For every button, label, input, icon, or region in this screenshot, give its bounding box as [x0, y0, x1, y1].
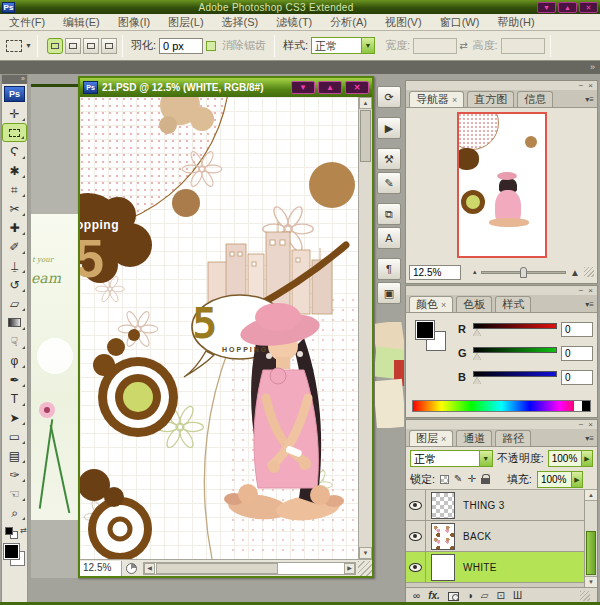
scroll-right-arrow[interactable]: ▶ — [344, 563, 355, 574]
slider-thumb[interactable] — [520, 267, 527, 278]
tool-presets-panel-icon[interactable]: ⚒ — [377, 148, 401, 170]
minimize-button[interactable]: ▼ — [537, 2, 556, 13]
foreground-color-swatch[interactable] — [3, 543, 20, 560]
menu-image[interactable]: 图像(I) — [109, 14, 159, 30]
tab-histogram[interactable]: 直方图 — [467, 91, 514, 107]
eyedropper-tool[interactable]: ✑ — [2, 465, 27, 484]
slider-thumb[interactable] — [473, 377, 481, 384]
tab-close-icon[interactable]: × — [441, 300, 446, 310]
document-canvas[interactable]: opping 5 5 HOPPING — [80, 97, 358, 559]
add-to-selection-button[interactable] — [65, 38, 81, 54]
menu-filter[interactable]: 滤镜(T) — [267, 14, 321, 30]
channel-slider[interactable] — [473, 322, 557, 336]
tool-preset-picker[interactable]: ▼ — [6, 40, 32, 52]
visibility-toggle[interactable] — [406, 490, 426, 520]
panel-minimize-button[interactable]: − — [579, 287, 584, 295]
brush-tool[interactable]: ✐ — [2, 237, 27, 256]
zoom-out-icon[interactable]: ▴ — [473, 268, 477, 276]
layer-style-icon[interactable]: fx. — [428, 591, 440, 601]
dodge-tool[interactable]: φ — [2, 351, 27, 370]
scroll-down-arrow[interactable]: ▼ — [585, 576, 597, 587]
menu-window[interactable]: 窗口(W) — [431, 14, 489, 30]
document-maximize-button[interactable]: ▲ — [318, 81, 342, 94]
layers-scrollbar[interactable]: ▲ ▼ — [584, 490, 597, 587]
panel-close-button[interactable]: × — [588, 82, 593, 90]
new-layer-icon[interactable]: ⊡ — [497, 591, 505, 601]
channel-slider[interactable] — [473, 346, 557, 360]
channel-value-field[interactable]: 0 — [561, 346, 593, 361]
zoom-level-field[interactable]: 12.5% — [80, 561, 122, 576]
tab-close-icon[interactable]: × — [452, 95, 457, 105]
panel-close-button[interactable]: × — [588, 287, 593, 295]
scroll-down-arrow[interactable]: ▼ — [359, 547, 372, 559]
tab-info[interactable]: 信息 — [517, 91, 553, 107]
clone-source-panel-icon[interactable]: ⧉ — [377, 203, 401, 225]
link-layers-icon[interactable]: ∞ — [413, 591, 420, 601]
foreground-color-well[interactable] — [415, 320, 435, 340]
panel-menu-icon[interactable]: ▾≡ — [585, 434, 594, 443]
tab-styles[interactable]: 样式 — [495, 296, 531, 312]
background-document-window[interactable]: t your eam — [31, 84, 78, 578]
zoom-in-icon[interactable]: ▲ — [570, 267, 580, 278]
tab-layers[interactable]: 图层 × — [409, 430, 453, 446]
close-button[interactable]: ✕ — [579, 2, 598, 13]
layer-thumbnail[interactable] — [431, 523, 455, 550]
color-spectrum-ramp[interactable] — [412, 400, 591, 412]
adjustment-layer-icon[interactable]: ◑ — [467, 591, 473, 601]
spinner-arrow-icon[interactable]: ▶ — [571, 472, 582, 487]
menu-analysis[interactable]: 分析(A) — [321, 14, 376, 30]
pen-tool[interactable]: ✒ — [2, 370, 27, 389]
blend-mode-dropdown[interactable]: 正常 ▼ — [410, 450, 493, 467]
document-close-button[interactable]: ✕ — [345, 81, 369, 94]
history-panel-icon[interactable]: ⟳ — [377, 86, 401, 108]
crop-tool[interactable]: ⌗ — [2, 180, 27, 199]
vertical-scrollbar[interactable]: ▲ ▼ — [358, 97, 372, 559]
shape-tool[interactable]: ▭ — [2, 427, 27, 446]
clone-stamp-tool[interactable]: ⍊ — [2, 256, 27, 275]
brushes-panel-icon[interactable]: ✎ — [377, 172, 401, 194]
gradient-tool[interactable] — [2, 313, 27, 332]
status-info-icon[interactable] — [126, 563, 137, 574]
lock-position-icon[interactable]: ✛ — [467, 474, 475, 484]
layer-thumbnail[interactable] — [431, 492, 455, 519]
layer-row-back[interactable]: BACK — [406, 521, 584, 552]
resize-grip[interactable] — [358, 561, 372, 576]
lasso-tool[interactable]: Ϛ — [2, 142, 27, 161]
style-dropdown[interactable]: 正常 ▼ — [311, 37, 375, 54]
tab-navigator[interactable]: 导航器 × — [409, 91, 464, 107]
smudge-tool[interactable]: ☟ — [2, 332, 27, 351]
collapse-panels-chevron[interactable]: » — [590, 62, 595, 72]
healing-brush-tool[interactable]: ✚ — [2, 218, 27, 237]
lock-all-icon[interactable] — [481, 474, 490, 484]
tab-paths[interactable]: 路径 — [495, 430, 531, 446]
subtract-from-selection-button[interactable] — [83, 38, 99, 54]
eraser-tool[interactable]: ▱ — [2, 294, 27, 313]
new-selection-button[interactable] — [47, 38, 63, 54]
slider-thumb[interactable] — [473, 353, 481, 360]
tab-channels[interactable]: 通道 — [456, 430, 492, 446]
scroll-left-arrow[interactable]: ◀ — [144, 563, 155, 574]
panel-resize-grip[interactable] — [584, 267, 594, 277]
menu-select[interactable]: 选择(S) — [213, 14, 268, 30]
tab-swatches[interactable]: 色板 — [456, 296, 492, 312]
swap-dimensions-icon[interactable]: ⇄ — [459, 40, 467, 51]
intersect-selection-button[interactable] — [101, 38, 117, 54]
delete-layer-icon[interactable]: Ш — [513, 591, 522, 601]
menu-file[interactable]: 文件(F) — [0, 14, 54, 30]
menu-edit[interactable]: 编辑(E) — [54, 14, 109, 30]
history-brush-tool[interactable]: ↺ — [2, 275, 27, 294]
zoom-tool[interactable]: ⌕ — [2, 503, 27, 522]
channel-value-field[interactable]: 0 — [561, 322, 593, 337]
layer-thumbnail[interactable] — [431, 554, 455, 581]
channel-slider[interactable] — [473, 370, 557, 384]
notes-tool[interactable]: ▤ — [2, 446, 27, 465]
tab-close-icon[interactable]: × — [441, 434, 446, 444]
feather-input[interactable] — [159, 38, 203, 54]
scrollbar-thumb[interactable] — [156, 563, 278, 574]
actions-panel-icon[interactable]: ▶ — [377, 117, 401, 139]
path-selection-tool[interactable]: ➤ — [2, 408, 27, 427]
menu-layer[interactable]: 图层(L) — [159, 14, 212, 30]
width-input[interactable] — [413, 38, 457, 54]
lock-paint-icon[interactable]: ✎ — [454, 474, 462, 484]
rectangular-marquee-tool[interactable] — [2, 123, 27, 142]
